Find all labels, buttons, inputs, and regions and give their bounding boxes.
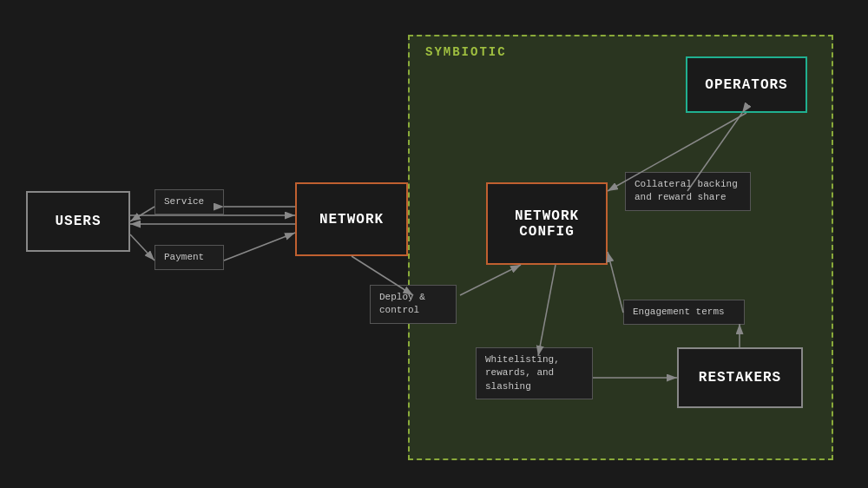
users-box: USERS [26, 191, 130, 252]
whitelisting-label: Whitelisting,rewards, andslashing [485, 354, 560, 392]
payment-label-box: Payment [155, 245, 224, 270]
deploy-label: Deploy &control [379, 292, 425, 315]
users-label: USERS [55, 214, 101, 229]
restakers-label: RESTAKERS [699, 370, 781, 386]
collateral-label: Collateral backing and reward share [635, 179, 738, 202]
service-label-box: Service [155, 189, 224, 214]
restakers-box: RESTAKERS [677, 347, 803, 408]
whitelisting-label-box: Whitelisting,rewards, andslashing [476, 347, 593, 399]
payment-label: Payment [164, 252, 204, 262]
payment-arrow-left [130, 234, 155, 260]
network-config-box: NETWORKCONFIG [486, 182, 608, 265]
service-label: Service [164, 196, 204, 207]
diagram-container: SYMBIOTIC USERS NETWORK NETWORKCONFIG OP… [0, 0, 868, 488]
deploy-label-box: Deploy &control [370, 285, 457, 324]
network-config-label: NETWORKCONFIG [515, 208, 579, 240]
collateral-label-box: Collateral backing and reward share [625, 172, 751, 211]
engagement-label-box: Engagement terms [623, 300, 745, 325]
network-box: NETWORK [295, 182, 408, 256]
operators-label: OPERATORS [705, 77, 787, 93]
operators-box: OPERATORS [686, 56, 807, 113]
service-arrow-left [130, 207, 155, 221]
payment-arrow-right [224, 233, 295, 260]
symbiotic-label: SYMBIOTIC [425, 45, 507, 59]
engagement-label: Engagement terms [633, 307, 725, 317]
network-label: NETWORK [319, 212, 384, 228]
